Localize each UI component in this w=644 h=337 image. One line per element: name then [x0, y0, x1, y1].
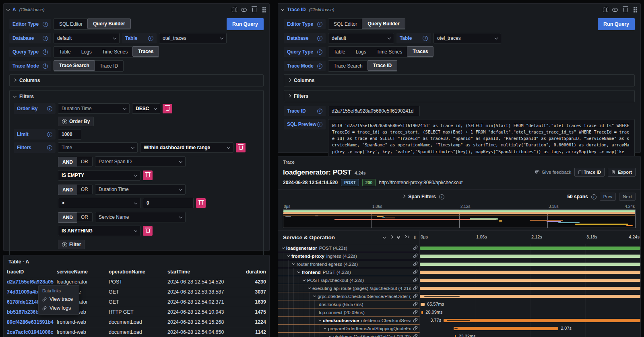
drag-handle-icon[interactable] [262, 7, 266, 12]
collapse-span-icon[interactable] [292, 262, 295, 265]
condition-field-select[interactable]: Service Name [95, 212, 186, 222]
link-icon[interactable] [413, 294, 418, 298]
collapse-span-icon[interactable] [282, 246, 285, 249]
link-icon[interactable] [413, 245, 418, 250]
span-timeline[interactable]: 23.22ms [420, 333, 640, 337]
condition-field-select[interactable]: Parent Span ID [95, 156, 186, 167]
condition-operator-select[interactable]: IS EMPTY [58, 170, 140, 181]
span-row[interactable]: executing api route (pages) /api/checkou… [278, 284, 640, 292]
remove-condition-button[interactable] [143, 226, 153, 236]
collapse-span-icon[interactable] [313, 294, 316, 297]
span-bar[interactable] [420, 263, 640, 266]
span-timeline[interactable]: 20.09ms [420, 308, 640, 316]
collapse-all-icon[interactable] [398, 236, 400, 238]
span-link[interactable] [413, 269, 419, 275]
info-icon[interactable] [317, 49, 322, 55]
expand-span-filters-icon[interactable] [402, 194, 405, 197]
span-timeline[interactable]: 3.77s [420, 316, 640, 325]
trace-mode-trace-id[interactable]: Trace ID [95, 61, 124, 71]
collapse-span-icon[interactable] [287, 254, 290, 257]
info-icon[interactable] [47, 145, 52, 150]
info-icon[interactable] [317, 109, 322, 114]
span-bar[interactable] [420, 247, 640, 250]
add-order-by-button[interactable]: Order By [58, 117, 94, 126]
remove-filter-button[interactable] [236, 143, 246, 152]
collapse-panel-icon[interactable] [281, 7, 284, 10]
expand-all-icon[interactable] [405, 237, 409, 238]
info-icon[interactable] [317, 122, 322, 127]
link-icon[interactable] [413, 277, 418, 282]
info-icon[interactable] [43, 49, 48, 55]
link-icon[interactable] [413, 302, 418, 306]
span-bar[interactable] [444, 319, 640, 322]
span-bar[interactable] [455, 335, 456, 337]
query-type-traces[interactable]: Traces [407, 46, 433, 57]
info-icon[interactable] [47, 132, 52, 137]
filters-section[interactable]: Filters [284, 90, 635, 102]
span-row[interactable]: oteldemo.CartService/GetCart (23.22ms)23… [278, 333, 640, 337]
editor-type-sql-editor[interactable]: SQL Editor [54, 19, 88, 29]
condition-operator-select[interactable]: IS ANYTHING [58, 226, 140, 236]
span-timeline[interactable]: 65.57ms [420, 300, 640, 308]
query-type-logs[interactable]: Logs [351, 47, 372, 57]
filter-field-select[interactable]: Time [58, 142, 138, 153]
span-bar[interactable] [454, 327, 558, 330]
span-bar[interactable] [420, 255, 640, 258]
span-link[interactable] [413, 310, 419, 315]
info-icon[interactable] [423, 36, 428, 41]
column-header-operationName[interactable]: operationName [105, 267, 164, 277]
info-icon[interactable] [317, 64, 322, 69]
link-icon[interactable] [413, 261, 418, 266]
query-type-time-series[interactable]: Time Series [372, 47, 408, 57]
trace-mode-trace-search[interactable]: Trace Search [54, 60, 95, 71]
order-by-field-select[interactable]: Duration Time [58, 103, 130, 114]
span-link[interactable] [413, 294, 419, 299]
link-icon[interactable] [413, 326, 418, 331]
limit-input[interactable]: 1000 [58, 129, 81, 140]
span-link[interactable] [413, 245, 419, 251]
span-row[interactable]: tcp.connect (20.09ms)20.09ms [278, 308, 640, 316]
delete-query-icon[interactable] [252, 8, 256, 12]
prev-button[interactable]: Prev [600, 193, 616, 201]
info-icon[interactable] [317, 36, 322, 41]
collapse-span-icon[interactable] [308, 286, 311, 289]
column-resize-handle[interactable]: ‖ [414, 235, 416, 240]
delete-query-icon[interactable] [623, 8, 627, 12]
collapse-span-icon[interactable] [303, 278, 305, 281]
link-icon[interactable] [413, 253, 418, 258]
collapse-span-icon[interactable] [318, 318, 321, 321]
export-button[interactable]: Export [608, 168, 636, 177]
run-query-button[interactable]: Run Query [227, 18, 264, 30]
info-icon[interactable] [591, 194, 597, 199]
filters-section-header[interactable]: Filters [14, 94, 259, 99]
span-bar[interactable] [420, 287, 640, 290]
drag-handle-icon[interactable] [633, 7, 637, 12]
or-option[interactable]: OR [77, 213, 92, 222]
column-header-startTime[interactable]: startTime [164, 267, 243, 277]
span-link[interactable] [413, 286, 419, 291]
panel-title[interactable]: Trace ID [287, 7, 306, 12]
condition-operator-select[interactable]: > [58, 198, 140, 208]
info-icon[interactable] [317, 22, 322, 27]
editor-type-query-builder[interactable]: Query Builder [362, 18, 405, 29]
span-timeline[interactable]: 2.07s [420, 325, 640, 333]
condition-value-input[interactable]: 0 [143, 198, 194, 208]
span-bar[interactable] [421, 311, 423, 314]
span-link[interactable] [413, 253, 419, 259]
editor-type-query-builder[interactable]: Query Builder [87, 18, 130, 29]
column-header-serviceName[interactable]: serviceName [54, 267, 105, 277]
link-icon[interactable] [413, 286, 418, 290]
or-option[interactable]: OR [77, 157, 92, 166]
trace-mode-trace-search[interactable]: Trace Search [328, 61, 368, 71]
span-row[interactable]: POST /api/checkout (4.22s) [278, 276, 640, 284]
collapse-span-icon[interactable] [324, 326, 326, 329]
link-icon[interactable] [413, 269, 418, 274]
run-query-button[interactable]: Run Query [598, 18, 635, 30]
columns-section[interactable]: Columns [284, 74, 635, 86]
span-row[interactable]: checkoutserviceoteldemo.CheckoutService/… [278, 316, 640, 325]
info-icon[interactable] [47, 106, 52, 111]
columns-section[interactable]: Columns [9, 74, 264, 86]
span-link[interactable] [413, 261, 419, 267]
database-select[interactable]: default [54, 33, 120, 43]
link-icon[interactable] [413, 334, 418, 337]
